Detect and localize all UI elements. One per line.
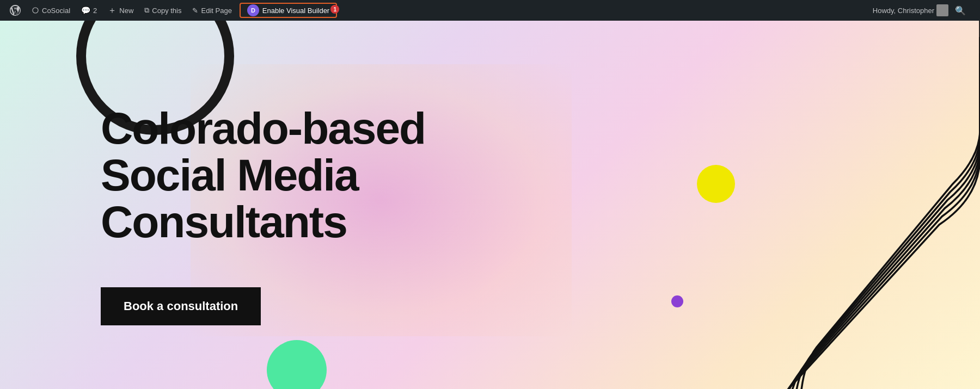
book-consultation-button[interactable]: Book a consultation	[101, 287, 261, 325]
headline-line3: Consultants	[101, 197, 347, 246]
site-name-link[interactable]: CoSocial	[26, 0, 76, 21]
new-label: New	[119, 7, 133, 15]
headline-line2: Social Media	[101, 150, 358, 200]
comments-button[interactable]: 💬 2	[76, 0, 102, 21]
yellow-circle-decoration	[697, 165, 735, 203]
page-hero: Colorado-based Social Media Consultants …	[0, 21, 980, 389]
admin-bar: CoSocial 💬 2 ＋ New ⧉ Copy this ✎ Edit Pa…	[0, 0, 980, 21]
site-name-label: CoSocial	[42, 7, 70, 15]
edit-page-button[interactable]: ✎ Edit Page	[187, 0, 237, 21]
edit-page-label: Edit Page	[201, 7, 231, 15]
user-avatar[interactable]	[936, 4, 948, 16]
howdy-label: Howdy, Christopher	[873, 7, 934, 15]
copy-this-button[interactable]: ⧉ Copy this	[139, 0, 187, 21]
headline-line1: Colorado-based	[101, 103, 425, 153]
divi-icon: D	[247, 4, 259, 16]
plus-icon: ＋	[108, 5, 117, 16]
comment-icon: 💬	[81, 6, 90, 15]
notification-badge: 1	[330, 5, 339, 14]
new-button[interactable]: ＋ New	[102, 0, 139, 21]
comments-count: 2	[93, 7, 97, 15]
hero-headline: Colorado-based Social Media Consultants	[101, 105, 425, 245]
green-circle-decoration	[267, 340, 327, 389]
copy-label: Copy this	[152, 7, 181, 15]
purple-circle-decoration	[671, 295, 683, 307]
wp-logo-button[interactable]	[4, 0, 26, 21]
enable-visual-builder-button[interactable]: D Enable Visual Builder 1	[240, 3, 337, 18]
cta-label: Book a consultation	[124, 299, 238, 313]
admin-bar-right: Howdy, Christopher 🔍	[867, 4, 976, 16]
diagonal-lines-decoration	[599, 21, 980, 389]
search-icon[interactable]: 🔍	[951, 5, 970, 16]
copy-icon: ⧉	[144, 6, 149, 15]
edit-icon: ✎	[192, 7, 198, 15]
enable-visual-builder-label: Enable Visual Builder	[262, 7, 329, 15]
